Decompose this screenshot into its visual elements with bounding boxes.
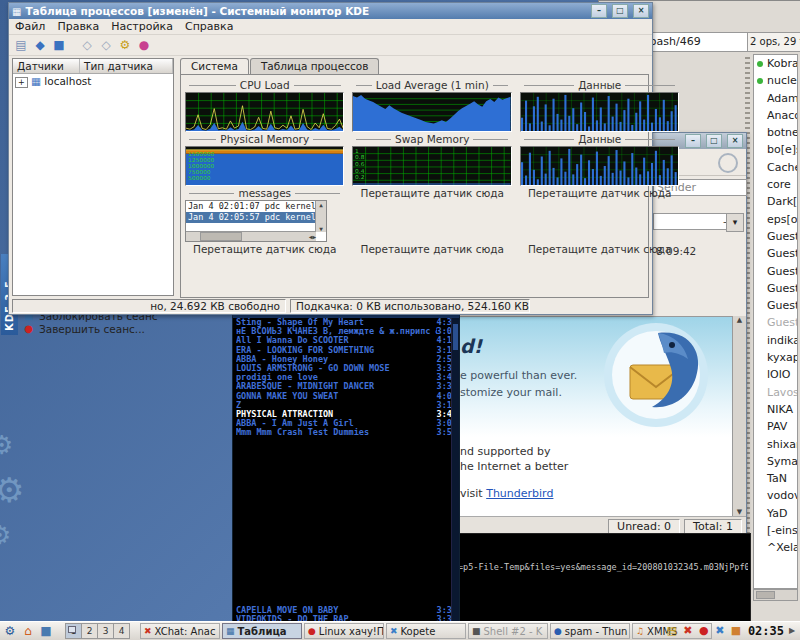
sensor-drop-zone[interactable] — [185, 256, 344, 294]
kmenu-button[interactable]: ⚙ — [2, 623, 18, 639]
shell-terminal-window[interactable]: =p5-File-Temp&files=yes&message_id=20080… — [455, 533, 751, 628]
xchat-user[interactable]: core — [754, 176, 797, 193]
welcome-scrollbar[interactable]: ▲▼ — [732, 316, 746, 516]
xchat-user[interactable]: lOlO — [754, 366, 797, 383]
style-icon[interactable]: ● — [136, 37, 152, 53]
playlist-row[interactable]: ABBA - Honey Honey 2:55 — [233, 355, 459, 364]
log-line-selected[interactable]: Jan 4 02:05:57 pdc kernel: inf — [186, 212, 326, 223]
pager-desktop[interactable]: 1 — [65, 623, 82, 639]
xchat-user[interactable]: Guest1190 — [754, 228, 797, 245]
view-dropdown-button[interactable]: ▾ — [726, 213, 744, 232]
menu-help[interactable]: Справка — [185, 20, 233, 33]
open-worksheet-icon[interactable]: ◆ — [32, 37, 48, 53]
xchat-user[interactable]: Symantec — [754, 453, 797, 470]
klipper-tray-icon[interactable]: ▤ — [665, 623, 679, 639]
xchat-user[interactable]: kyxap_onw — [754, 349, 797, 366]
playlist-row[interactable]: CAPELLA MOVE ON BABY 3:34 — [233, 606, 459, 615]
thunderbird-link[interactable]: Thunderbird — [486, 487, 553, 500]
playlist-row[interactable]: Mmm Mmm Crash Test Dummies 3:53 — [233, 428, 459, 437]
xchat-user[interactable]: Dark[Dzr] — [754, 193, 797, 210]
sensor-drop-zone[interactable] — [520, 200, 679, 238]
tab-system[interactable]: Система — [180, 58, 249, 74]
xchat-user-list[interactable]: Kobra nucleus Adami Anacond botnews bo[e… — [753, 54, 798, 589]
xchat-user[interactable]: vodov_off — [754, 487, 797, 504]
playlist-row[interactable]: GONNA MAKE YOU SWEAT 4:02 — [233, 392, 459, 401]
close-button[interactable]: × — [727, 134, 743, 148]
playlist-scrollbar[interactable] — [451, 318, 459, 626]
xchat-user[interactable]: ^Xela^ — [754, 539, 797, 556]
xchat-user[interactable]: shixaro — [754, 436, 797, 453]
sensor-drop-zone[interactable] — [352, 256, 511, 294]
panel-hide-arrow[interactable]: ▶ — [789, 623, 798, 639]
xchat-user[interactable]: nucleus — [754, 72, 797, 89]
ksysguard-titlebar[interactable]: ▦ Таблица процессов [изменён] - Системны… — [9, 3, 652, 19]
xmms-playlist-window[interactable]: Sting - Shape Of My Heart 4:31 нЕ ВСОИЬЗ… — [232, 314, 460, 627]
playlist-row[interactable]: ABBA - I Am Just A Girl 3:04 — [233, 419, 459, 428]
log-line[interactable]: Jan 4 02:01:07 pdc kernel: inf — [186, 201, 326, 212]
taskbar-button[interactable]: ✖ Kopete — [386, 623, 466, 639]
xchat-tray-icon[interactable]: ✖ — [681, 623, 695, 639]
kmenu-action-item[interactable]: ● Завершить сеанс... ▶ — [18, 322, 221, 335]
playlist-row[interactable]: ERA - LOOKING FOR SOMETHING 3:12 — [233, 346, 459, 355]
pager-desktop[interactable]: 3 — [97, 623, 114, 639]
playlist-row[interactable]: prodigi one love 3:48 — [233, 373, 459, 382]
xchat-user[interactable]: bo[e]ss|off — [754, 141, 797, 158]
pager-desktop[interactable]: 2 — [81, 623, 98, 639]
xchat-user[interactable]: CacheY — [754, 159, 797, 176]
kopete-tray-icon[interactable]: ✖ — [713, 623, 727, 639]
taskbar-button[interactable]: ▦ Таблица — [222, 623, 302, 639]
host-label[interactable]: localhost — [44, 75, 91, 87]
messages-vscrollbar[interactable]: ▲▼ — [315, 201, 326, 232]
xchat-user[interactable]: Anacond — [754, 107, 797, 124]
playlist-row[interactable]: ARABESQUE - MIDNIGHT DANCER 3:37 — [233, 382, 459, 391]
xchat-user[interactable]: Guest71 — [754, 314, 797, 331]
xchat-user[interactable]: Lavos — [754, 384, 797, 401]
playlist-row[interactable]: LOUIS ARMSTRONG - GO DOWN MOSE 3:36 — [233, 364, 459, 373]
menu-file[interactable]: Файл — [15, 20, 45, 33]
xchat-user[interactable]: Guest1192 — [754, 245, 797, 262]
xchat-user[interactable]: botnews — [754, 124, 797, 141]
xchat-user[interactable]: Adami — [754, 90, 797, 107]
xchat-user[interactable]: Guest1336 — [754, 280, 797, 297]
playlist-row[interactable]: нЕ ВСОИЬЗ КЧАНЕЗ В, лемждте & ж.пнрипс &… — [233, 327, 459, 336]
taskbar-button[interactable]: ■ Shell #2 - K — [468, 623, 548, 639]
xchat-user[interactable]: eps[off] — [754, 211, 797, 228]
panel-clock[interactable]: 02:35 — [748, 624, 784, 638]
messages-hscrollbar[interactable]: ◀▶ — [186, 231, 316, 241]
new-worksheet-icon[interactable]: ▤ — [13, 37, 29, 53]
playlist-row[interactable]: PHYSICAL ATTRACTION 3:42 — [233, 410, 459, 419]
save-worksheet-icon[interactable]: ■ — [51, 37, 67, 53]
pager-desktop[interactable]: 4 — [113, 623, 130, 639]
playlist-row[interactable]: Z 3:16 — [233, 401, 459, 410]
sensor-type-col-header[interactable]: Тип датчика — [80, 59, 173, 73]
xchat-user[interactable]: NIKA — [754, 401, 797, 418]
close-button[interactable]: × — [633, 4, 649, 18]
xchat-userlist-scrollbar[interactable] — [753, 589, 798, 601]
xchat-user[interactable]: Guest1250 — [754, 263, 797, 280]
minimize-button[interactable]: – — [591, 4, 607, 18]
sensor-col-header[interactable]: Датчики — [13, 59, 80, 73]
tree-expander-icon[interactable]: + — [15, 77, 28, 88]
xchat-user[interactable]: YaD — [754, 505, 797, 522]
xchat-user[interactable]: indikator — [754, 332, 797, 349]
minimize-button[interactable]: – — [685, 134, 701, 148]
playlist-row[interactable]: Sting - Shape Of My Heart 4:31 — [233, 318, 459, 327]
xchat-user[interactable]: [-einsam-] — [754, 522, 797, 539]
xchat-user[interactable]: PAV — [754, 418, 797, 435]
messages-log-list[interactable]: Jan 4 02:01:07 pdc kernel: inf Jan 4 02:… — [185, 200, 327, 242]
new-tab-icon[interactable]: ◇ — [79, 37, 95, 53]
menu-edit[interactable]: Правка — [57, 20, 99, 33]
tab-process-table[interactable]: Таблица процессов — [250, 58, 380, 74]
taskbar-button[interactable]: ● Linux хачу!П — [304, 623, 384, 639]
xchat-user[interactable]: Kobra — [754, 55, 797, 72]
kwallet-tray-icon[interactable]: ■ — [729, 623, 743, 639]
sensor-drop-zone[interactable] — [520, 256, 679, 294]
playlist-row[interactable]: All I Wanna Do SCOOTER 4:18 — [233, 336, 459, 345]
maximize-button[interactable]: □ — [706, 134, 722, 148]
home-launcher[interactable]: ⌂ — [20, 623, 36, 639]
sensor-tree[interactable]: + ▦ localhost — [13, 74, 173, 295]
xchat-user[interactable]: TaN — [754, 470, 797, 487]
taskbar-button[interactable]: ✖ XChat: Anac — [140, 623, 220, 639]
configure-worksheet-icon[interactable]: ⚙ — [117, 37, 133, 53]
toolbar-separator[interactable] — [70, 37, 76, 53]
